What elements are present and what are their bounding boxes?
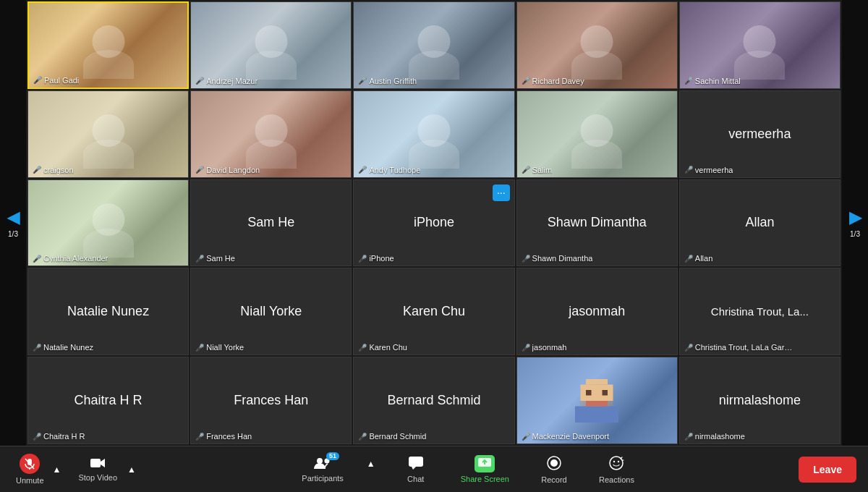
participant-label: 🎤 Salim bbox=[522, 166, 553, 174]
tile-austin-griffith[interactable]: 🎤 Austin Griffith bbox=[353, 1, 514, 89]
tile-cynthia-alexander[interactable]: 🎤 Cynthia Alexander bbox=[27, 179, 189, 267]
mute-icon: 🎤 bbox=[195, 77, 204, 85]
mute-icon: 🎤 bbox=[522, 166, 530, 174]
participant-name: Bernard Schmid bbox=[369, 432, 426, 441]
mute-icon: 🎤 bbox=[684, 166, 693, 174]
participant-label: 🎤 Richard Davey bbox=[522, 77, 584, 85]
next-page-button[interactable]: ▶ 1/3 bbox=[842, 0, 868, 446]
tile-vermeerha[interactable]: vermeerha 🎤 vermeerha bbox=[679, 90, 841, 178]
participant-name: jasonmah bbox=[532, 343, 567, 352]
participant-name: Mackenzie Davenport bbox=[532, 432, 609, 441]
svg-rect-1 bbox=[581, 384, 613, 401]
tile-frances-han[interactable]: Frances Han 🎤 Frances Han bbox=[190, 357, 352, 444]
participant-display-name: Niall Yorke bbox=[234, 298, 307, 325]
participant-display-name: Chaitra H R bbox=[69, 387, 148, 414]
participant-label: 🎤 Christina Trout, LaLa Gardens bbox=[684, 343, 796, 352]
chat-label: Chat bbox=[407, 475, 424, 483]
tile-sam-he[interactable]: Sam He 🎤 Sam He bbox=[190, 179, 352, 267]
participant-label: 🎤 Karen Chu bbox=[358, 343, 407, 352]
tile-craigson[interactable]: 🎤 craigson bbox=[27, 90, 189, 178]
toolbar-center: 51 Participants ▲ Chat Share Screen bbox=[296, 452, 640, 487]
svg-point-11 bbox=[317, 458, 323, 464]
svg-rect-4 bbox=[586, 390, 592, 396]
participant-name: Richard Davey bbox=[532, 77, 584, 85]
participant-label: 🎤 nirmalashome bbox=[684, 432, 745, 441]
tile-iphone[interactable]: ··· iPhone 🎤 iPhone bbox=[353, 179, 514, 267]
tile-christina-trout[interactable]: Christina Trout, La... 🎤 Christina Trout… bbox=[679, 268, 841, 355]
tile-chaitra-hr[interactable]: Chaitra H R 🎤 Chaitra H R bbox=[27, 357, 189, 444]
more-options-button[interactable]: ··· bbox=[493, 184, 510, 202]
tile-mackenzie-davenport[interactable]: 🎤 Mackenzie Davenport bbox=[516, 357, 678, 444]
participant-label: 🎤 Sachin Mittal bbox=[684, 77, 741, 85]
tile-bernard-schmid[interactable]: Bernard Schmid 🎤 Bernard Schmid bbox=[353, 357, 514, 444]
participant-label: 🎤 Frances Han bbox=[195, 432, 252, 441]
participant-label: 🎤 Natalie Nunez bbox=[33, 343, 93, 352]
participant-name: nirmalashome bbox=[695, 432, 745, 441]
previous-page-button[interactable]: ◀ 1/3 bbox=[0, 0, 26, 446]
mute-icon: 🎤 bbox=[195, 344, 204, 352]
tile-shawn-dimantha[interactable]: Shawn Dimantha 🎤 Shawn Dimantha bbox=[516, 179, 678, 267]
tile-niall-yorke[interactable]: Niall Yorke 🎤 Niall Yorke bbox=[190, 268, 352, 355]
record-button[interactable]: Record bbox=[532, 452, 576, 487]
tile-salim[interactable]: 🎤 Salim bbox=[516, 90, 678, 178]
mute-icon: 🎤 bbox=[195, 255, 204, 263]
mute-icon: 🎤 bbox=[522, 433, 530, 441]
tile-jasonmah[interactable]: jasonmah 🎤 jasonmah bbox=[516, 268, 678, 355]
participant-display-name: iPhone bbox=[408, 209, 460, 236]
tile-natalie-nunez[interactable]: Natalie Nunez 🎤 Natalie Nunez bbox=[27, 268, 189, 355]
mute-icon: 🎤 bbox=[358, 77, 367, 85]
participant-label: 🎤 Andy Tudhope bbox=[358, 166, 420, 174]
tile-karen-chu[interactable]: Karen Chu 🎤 Karen Chu bbox=[353, 268, 514, 355]
participant-name: Shawn Dimantha bbox=[532, 254, 593, 263]
mute-icon: 🎤 bbox=[33, 344, 41, 352]
record-label: Record bbox=[541, 475, 566, 484]
reactions-button[interactable]: Reactions bbox=[593, 452, 640, 487]
tile-allan[interactable]: Allan 🎤 Allan bbox=[679, 179, 841, 267]
mute-icon: 🎤 bbox=[195, 166, 204, 174]
participant-label: 🎤 Bernard Schmid bbox=[358, 432, 426, 441]
tile-nirmalashome[interactable]: nirmalashome 🎤 nirmalashome bbox=[679, 357, 841, 444]
participant-display-name: Frances Han bbox=[228, 387, 314, 414]
mute-icon: 🎤 bbox=[522, 77, 530, 85]
svg-rect-0 bbox=[586, 379, 608, 385]
participant-label: 🎤 Mackenzie Davenport bbox=[522, 432, 609, 441]
mute-icon: 🎤 bbox=[684, 344, 693, 352]
mute-icon: 🎤 bbox=[358, 166, 367, 174]
tile-sachin-mittal[interactable]: 🎤 Sachin Mittal bbox=[679, 1, 841, 89]
share-screen-button[interactable]: Share Screen bbox=[455, 452, 515, 486]
participant-grid: 🎤 Paul Gadi 🎤 Andrzej Mazur 🎤 Austin Gri… bbox=[26, 0, 842, 446]
participant-label: 🎤 Allan bbox=[684, 254, 712, 263]
participant-display-name: Bernard Schmid bbox=[381, 387, 486, 414]
participant-name: Christina Trout, LaLa Gardens bbox=[695, 343, 796, 352]
chat-button[interactable]: Chat bbox=[394, 453, 438, 486]
reactions-label: Reactions bbox=[599, 475, 634, 484]
participants-button[interactable]: 51 Participants bbox=[296, 454, 349, 485]
video-arrow-button[interactable]: ▲ bbox=[126, 463, 137, 476]
participant-name: Chaitra H R bbox=[43, 432, 85, 441]
participant-label: 🎤 Sam He bbox=[195, 254, 235, 263]
leave-button[interactable]: Leave bbox=[799, 457, 856, 483]
mute-icon: 🎤 bbox=[33, 255, 41, 263]
participant-name: Paul Gadi bbox=[44, 76, 79, 85]
participant-display-name: nirmalashome bbox=[713, 387, 807, 414]
unmute-arrow-button[interactable]: ▲ bbox=[51, 463, 63, 476]
video-area: ◀ 1/3 🎤 Paul Gadi 🎤 Andrzej Mazur bbox=[0, 0, 868, 446]
participant-label: 🎤 vermeerha bbox=[684, 166, 733, 174]
participant-label: 🎤 Shawn Dimantha bbox=[522, 254, 593, 263]
unmute-button[interactable]: Unmute bbox=[12, 451, 48, 488]
participant-display-name: vermeerha bbox=[723, 121, 796, 148]
tile-richard-davey[interactable]: 🎤 Richard Davey bbox=[516, 1, 678, 89]
left-arrow-icon: ◀ bbox=[7, 208, 20, 227]
tile-david-langdon[interactable]: 🎤 David Langdon bbox=[190, 90, 352, 178]
participant-name: Sam He bbox=[206, 254, 235, 263]
stop-video-button[interactable]: Stop Video bbox=[72, 454, 123, 485]
participant-display-name: jasonmah bbox=[563, 298, 631, 325]
participants-arrow-button[interactable]: ▲ bbox=[365, 457, 377, 470]
svg-rect-3 bbox=[575, 406, 618, 423]
tile-andrzej-mazur[interactable]: 🎤 Andrzej Mazur bbox=[190, 1, 352, 89]
participant-name: Andrzej Mazur bbox=[206, 77, 258, 85]
tile-andy-tudhope[interactable]: 🎤 Andy Tudhope bbox=[353, 90, 514, 178]
tile-paul-gadi[interactable]: 🎤 Paul Gadi bbox=[27, 1, 189, 89]
left-page-label: 1/3 bbox=[8, 230, 18, 238]
svg-rect-13 bbox=[409, 457, 423, 467]
